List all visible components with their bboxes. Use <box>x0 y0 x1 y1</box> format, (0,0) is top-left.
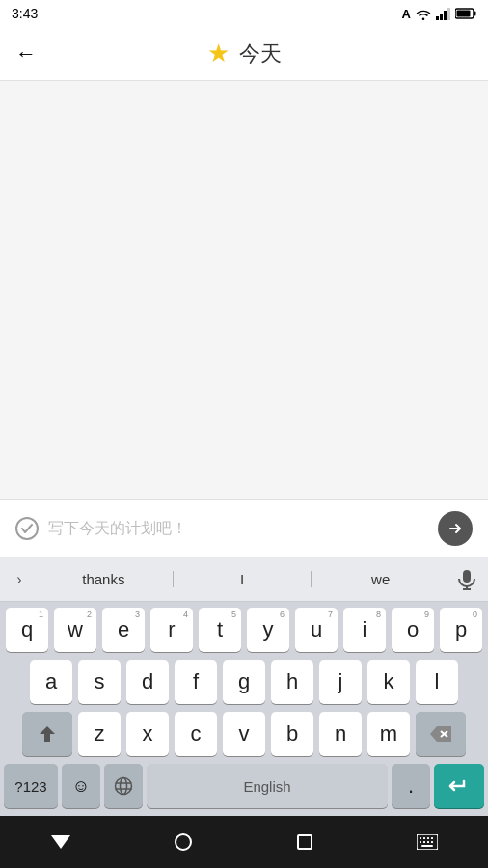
svg-rect-17 <box>420 837 421 839</box>
key-x[interactable]: x <box>126 712 169 756</box>
key-t[interactable]: 5t <box>199 608 241 652</box>
symbols-key[interactable]: ?123 <box>4 764 58 808</box>
nav-bar <box>0 816 488 868</box>
key-rows: 1q 2w 3e 4r 5t 6y 7u 8i 9o 0p a s d f g … <box>0 602 488 760</box>
key-y[interactable]: 6y <box>247 608 289 652</box>
emoji-key[interactable]: ☺ <box>62 764 100 808</box>
svg-rect-20 <box>431 837 433 839</box>
svg-rect-6 <box>457 11 471 17</box>
key-e[interactable]: 3e <box>102 608 145 652</box>
key-s[interactable]: s <box>78 660 121 704</box>
suggestions-bar: › thanks I we <box>0 557 488 602</box>
svg-rect-21 <box>420 841 421 843</box>
key-r[interactable]: 4r <box>150 608 193 652</box>
checkmark-icon <box>21 524 33 533</box>
key-q[interactable]: 1q <box>6 608 48 652</box>
star-icon[interactable]: ★ <box>207 39 230 68</box>
mic-icon <box>458 569 475 590</box>
delete-key[interactable] <box>416 712 466 756</box>
back-button[interactable]: ← <box>15 41 37 67</box>
shift-icon <box>38 724 57 744</box>
key-g[interactable]: g <box>223 660 265 704</box>
enter-key[interactable] <box>434 764 484 808</box>
period-label: . <box>408 773 414 799</box>
status-icons: A <box>402 7 476 21</box>
suggestions-list: thanks I we <box>35 571 449 587</box>
keyboard-icon: A <box>402 7 411 21</box>
emoji-icon: ☺ <box>72 776 90 797</box>
delete-icon <box>430 726 451 742</box>
nav-back-icon <box>51 835 70 849</box>
send-icon <box>447 521 463 536</box>
nav-home-icon <box>175 833 192 851</box>
key-z[interactable]: z <box>78 712 121 756</box>
svg-rect-0 <box>436 16 439 20</box>
period-key[interactable]: . <box>392 764 430 808</box>
globe-icon <box>114 776 133 796</box>
svg-point-12 <box>116 778 132 795</box>
app-bar-title-area: ★ 今天 <box>52 39 436 68</box>
svg-rect-3 <box>447 8 450 20</box>
wifi-icon <box>415 7 432 20</box>
language-label: English <box>243 778 290 795</box>
nav-recent-button[interactable] <box>284 821 326 863</box>
key-row-1: 1q 2w 3e 4r 5t 6y 7u 8i 9o 0p <box>3 608 485 652</box>
globe-key[interactable] <box>104 764 143 808</box>
nav-keyboard-button[interactable] <box>406 821 448 863</box>
suggestions-expand-button[interactable]: › <box>4 564 35 595</box>
nav-home-button[interactable] <box>162 821 204 863</box>
symbols-label: ?123 <box>14 778 46 795</box>
svg-rect-19 <box>427 837 429 839</box>
key-u[interactable]: 7u <box>295 608 338 652</box>
input-placeholder[interactable]: 写下今天的计划吧！ <box>48 519 428 539</box>
svg-rect-24 <box>431 841 433 843</box>
nav-keyboard-icon <box>417 834 438 850</box>
battery-icon <box>455 8 476 19</box>
key-a[interactable]: a <box>30 660 72 704</box>
suggestion-we[interactable]: we <box>312 571 449 587</box>
mic-button[interactable] <box>449 562 484 597</box>
svg-rect-2 <box>444 11 447 20</box>
signal-icon <box>436 7 451 20</box>
svg-rect-18 <box>423 837 425 839</box>
key-row-2: a s d f g h j k l <box>3 660 485 704</box>
key-i[interactable]: 8i <box>343 608 386 652</box>
svg-point-13 <box>121 778 127 795</box>
svg-rect-25 <box>421 845 433 847</box>
main-content <box>0 81 488 499</box>
key-k[interactable]: k <box>367 660 410 704</box>
key-f[interactable]: f <box>175 660 217 704</box>
nav-back-button[interactable] <box>40 821 82 863</box>
status-bar: 3:43 A <box>0 0 488 27</box>
app-bar: ← ★ 今天 <box>0 27 488 81</box>
svg-rect-23 <box>427 841 429 843</box>
key-row-3: z x c v b n m <box>3 712 485 756</box>
key-n[interactable]: n <box>319 712 362 756</box>
suggestion-i[interactable]: I <box>174 571 312 587</box>
nav-recent-icon <box>297 834 312 850</box>
key-v[interactable]: v <box>223 712 265 756</box>
svg-rect-1 <box>440 14 443 20</box>
key-j[interactable]: j <box>319 660 362 704</box>
key-c[interactable]: c <box>175 712 217 756</box>
key-w[interactable]: 2w <box>54 608 96 652</box>
key-p[interactable]: 0p <box>440 608 482 652</box>
svg-rect-22 <box>423 841 425 843</box>
keyboard: › thanks I we 1q 2w 3e 4r 5t 6y 7u 8i <box>0 557 488 816</box>
language-key[interactable]: English <box>147 764 388 808</box>
key-m[interactable]: m <box>367 712 410 756</box>
svg-rect-5 <box>474 12 476 16</box>
key-o[interactable]: 9o <box>392 608 434 652</box>
svg-rect-7 <box>463 570 471 583</box>
key-b[interactable]: b <box>271 712 313 756</box>
suggestion-thanks[interactable]: thanks <box>35 571 174 587</box>
shift-key[interactable] <box>22 712 72 756</box>
key-l[interactable]: l <box>416 660 458 704</box>
send-button[interactable] <box>438 511 473 546</box>
enter-icon <box>448 777 470 795</box>
app-title: 今天 <box>239 40 282 68</box>
check-circle-icon[interactable] <box>15 517 39 540</box>
key-h[interactable]: h <box>271 660 313 704</box>
key-d[interactable]: d <box>126 660 169 704</box>
status-time: 3:43 <box>12 6 38 21</box>
